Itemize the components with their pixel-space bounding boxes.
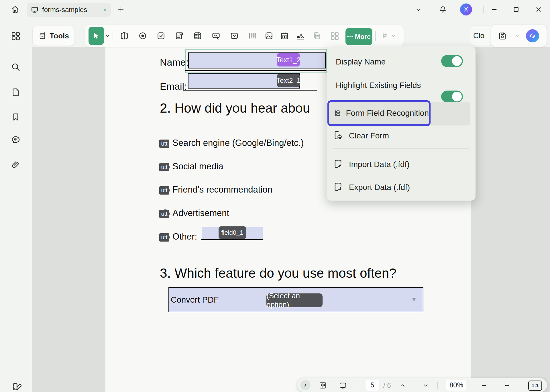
new-tab-button[interactable] — [116, 5, 126, 15]
close-window-button[interactable] — [533, 4, 544, 15]
actual-size-button[interactable]: 1:1 — [528, 381, 542, 391]
push-button-field-button[interactable]: OK — [211, 31, 221, 41]
close-form-mode-button[interactable]: Clo — [470, 25, 493, 46]
presentation-icon — [339, 381, 347, 390]
sidebar-item-search[interactable] — [11, 62, 21, 72]
cursor-icon — [92, 32, 100, 40]
notifications-button[interactable] — [438, 4, 448, 15]
display-name-label: Display Name — [336, 57, 386, 66]
list-box-field-button[interactable] — [193, 31, 203, 41]
other-label: Other: — [172, 232, 197, 242]
sidebar-item-bookmarks[interactable] — [11, 112, 21, 122]
align-fields-button[interactable] — [330, 31, 339, 41]
arrange-icon — [381, 32, 389, 40]
combo-placeholder-badge: (Select an option) — [266, 293, 323, 307]
pdfelement-logo-icon — [10, 381, 22, 392]
form-field-recognition-icon — [334, 108, 341, 118]
sidebar-item-attachments[interactable] — [11, 160, 21, 170]
grid-icon — [11, 31, 21, 41]
signature-field-button[interactable] — [296, 31, 305, 41]
paperclip-icon — [11, 160, 21, 170]
title-bar: forms-samples X — [0, 0, 550, 19]
radio-button-field-button[interactable] — [138, 31, 148, 41]
combo-box-field-button[interactable] — [174, 31, 184, 41]
avatar[interactable]: X — [460, 3, 472, 15]
calendar-icon — [280, 31, 289, 41]
highlight-fields-toggle[interactable] — [441, 91, 463, 103]
select-tool-button[interactable] — [89, 27, 104, 45]
dropdown-field-button[interactable] — [229, 31, 239, 41]
ai-swirl-icon — [528, 31, 537, 41]
bookmark-icon — [11, 112, 21, 122]
menu-item-form-field-recognition[interactable]: Form Field Recognition — [327, 100, 431, 126]
barcode-field-button[interactable] — [248, 31, 258, 41]
minimize-button[interactable] — [488, 4, 500, 15]
next-page-button[interactable] — [421, 381, 430, 390]
brand-logo-button[interactable] — [10, 381, 23, 392]
tab-title: forms-samples — [42, 6, 87, 14]
chevron-down-icon — [422, 382, 429, 389]
document-tab[interactable]: forms-samples — [27, 3, 111, 17]
text-field-button[interactable] — [119, 31, 129, 41]
book-layout-icon — [319, 381, 327, 390]
minimize-icon — [490, 6, 498, 13]
previous-page-button[interactable] — [398, 381, 407, 390]
duplicate-fields-button[interactable] — [312, 31, 322, 41]
name-label: Name: — [160, 57, 188, 68]
menu-item-import-data[interactable]: Import Data (.fdf) — [349, 160, 410, 169]
image-field-button[interactable] — [264, 31, 274, 41]
date-field-button[interactable] — [280, 31, 289, 41]
select-tool-dropdown[interactable] — [104, 32, 111, 39]
page-number-input[interactable]: 5 — [366, 380, 379, 391]
sidebar-item-comments[interactable] — [11, 135, 21, 145]
zoom-out-button[interactable] — [480, 381, 489, 390]
ai-assistant-button[interactable] — [526, 29, 539, 42]
list-box-icon — [193, 31, 203, 41]
save-dropdown[interactable] — [514, 32, 521, 39]
checkbox-field[interactable]: utt — [159, 140, 169, 148]
svg-text:OK: OK — [214, 34, 218, 37]
tabs-dropdown-button[interactable] — [414, 5, 423, 14]
combo-arrow-icon[interactable]: ▼ — [411, 296, 417, 303]
option-label: Search engine (Google/Bing/etc.) — [172, 138, 304, 148]
menu-item-clear-form[interactable]: Clear Form — [349, 131, 389, 140]
image-field-icon — [264, 31, 274, 41]
sidebar-item-panels[interactable] — [11, 31, 21, 41]
push-button-icon: OK — [211, 31, 221, 41]
checkbox-field-button[interactable] — [156, 31, 166, 41]
radio-button-icon — [138, 31, 148, 41]
more-label: More — [355, 33, 371, 41]
home-button[interactable] — [9, 3, 22, 16]
comment-icon — [11, 135, 21, 145]
maximize-button[interactable] — [510, 4, 522, 15]
tools-button[interactable]: Tools — [32, 26, 75, 46]
export-data-icon — [333, 182, 343, 192]
avatar-initial: X — [464, 6, 468, 13]
arrange-dropdown[interactable] — [390, 32, 397, 39]
search-icon — [11, 62, 21, 72]
sidebar-item-thumbnails[interactable] — [11, 87, 21, 97]
form-field-recognition-label: Form Field Recognition — [346, 109, 429, 118]
bell-icon — [439, 5, 447, 14]
feature-combo-box[interactable]: Convert PDF (Select an option) ▼ — [168, 287, 423, 312]
save-icon — [498, 31, 507, 40]
home-icon — [11, 5, 20, 14]
zoom-in-button[interactable] — [502, 381, 512, 390]
presentation-mode-button[interactable] — [338, 381, 348, 390]
signature-icon — [296, 31, 305, 41]
more-button[interactable]: More — [345, 28, 372, 45]
reading-mode-button[interactable] — [318, 381, 328, 390]
display-name-toggle[interactable] — [441, 55, 463, 67]
chevron-up-icon — [399, 382, 406, 389]
option-label: Friend's recommendation — [172, 185, 272, 195]
chevron-down-icon — [105, 33, 110, 39]
zoom-level-input[interactable]: 80% — [446, 380, 466, 391]
name-text-field[interactable] — [188, 52, 326, 68]
save-button[interactable] — [497, 31, 508, 41]
plus-icon — [117, 6, 125, 14]
name-field-badge: Text1_2 — [277, 53, 300, 66]
arrange-button[interactable] — [381, 31, 390, 40]
expand-statusbar-button[interactable] — [300, 380, 311, 390]
menu-item-export-data[interactable]: Export Data (.fdf) — [349, 183, 410, 192]
page-total-label: / 6 — [383, 381, 391, 389]
